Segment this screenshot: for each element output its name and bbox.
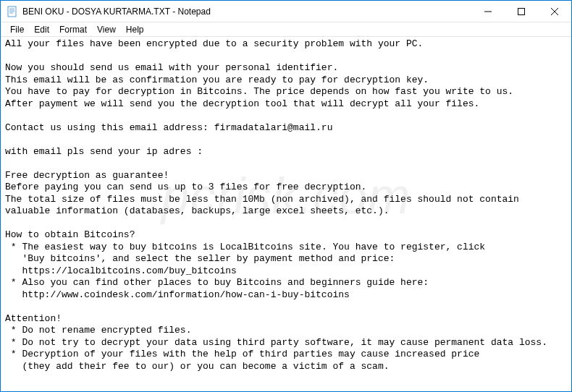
window-controls: [471, 1, 571, 22]
svg-rect-6: [518, 8, 525, 14]
text-content[interactable]: All your files have been encrypted due t…: [1, 37, 571, 391]
menu-view[interactable]: View: [92, 23, 121, 36]
notepad-icon: [7, 6, 18, 17]
menubar: File Edit Format View Help: [1, 22, 571, 37]
notepad-window: BENI OKU - DOSYA KURTARMA.TXT - Notepad …: [0, 0, 572, 392]
window-title: BENI OKU - DOSYA KURTARMA.TXT - Notepad: [22, 7, 471, 17]
menu-edit[interactable]: Edit: [29, 23, 54, 36]
maximize-button[interactable]: [505, 1, 538, 22]
close-button[interactable]: [538, 1, 571, 22]
menu-format[interactable]: Format: [54, 23, 92, 36]
menu-help[interactable]: Help: [121, 23, 149, 36]
minimize-button[interactable]: [471, 1, 505, 22]
menu-file[interactable]: File: [5, 23, 29, 36]
titlebar: BENI OKU - DOSYA KURTARMA.TXT - Notepad: [1, 1, 571, 22]
